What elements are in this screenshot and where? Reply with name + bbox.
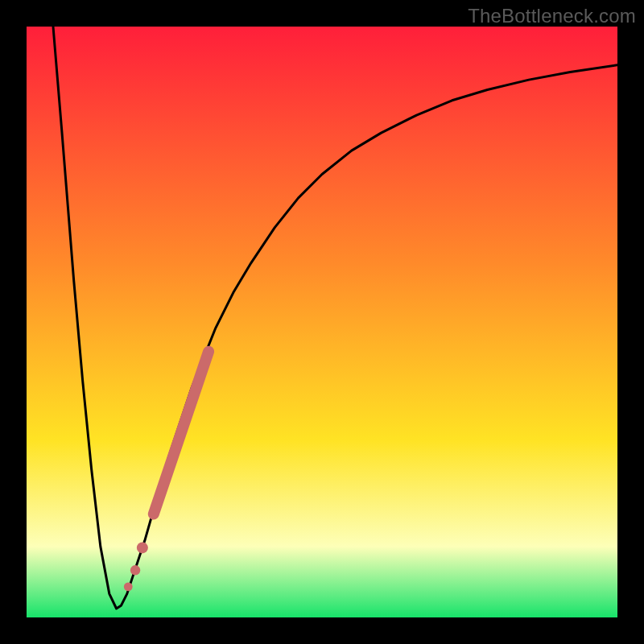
gradient-background [27, 27, 617, 617]
outer-frame: TheBottleneck.com [0, 0, 644, 644]
chart-svg [27, 27, 617, 617]
marker-dot [137, 542, 148, 553]
marker-dot [124, 582, 133, 591]
chart-plot-area [27, 27, 617, 617]
marker-dot [130, 565, 140, 575]
watermark-text: TheBottleneck.com [468, 5, 636, 27]
